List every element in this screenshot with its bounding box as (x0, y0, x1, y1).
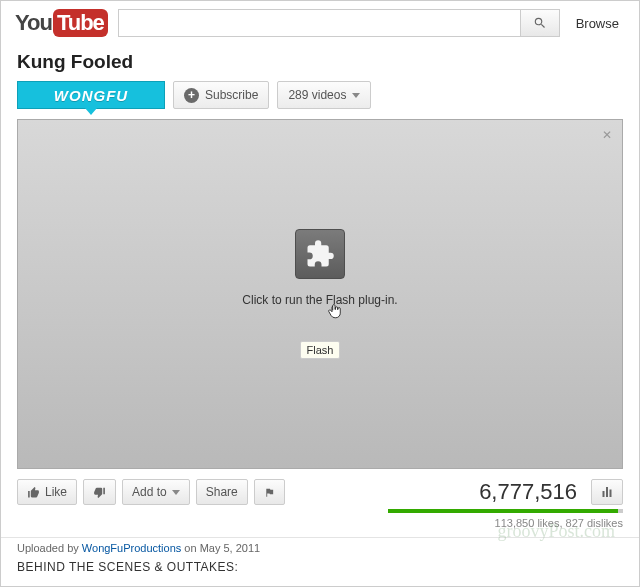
videos-count-label: 289 videos (288, 88, 346, 102)
search-button[interactable] (520, 9, 560, 37)
search-input[interactable] (118, 9, 520, 37)
uploader-link[interactable]: WongFuProductions (82, 542, 181, 554)
thumbs-down-icon (93, 486, 106, 499)
subscribe-button[interactable]: + Subscribe (173, 81, 269, 109)
share-label: Share (206, 485, 238, 499)
stats-button[interactable] (591, 479, 623, 505)
logo-you: You (15, 10, 52, 36)
chevron-down-icon (352, 93, 360, 98)
like-button[interactable]: Like (17, 479, 77, 505)
videos-count-button[interactable]: 289 videos (277, 81, 371, 109)
view-count: 6,777,516 (479, 479, 577, 505)
video-player[interactable]: ✕ Click to run the Flash plug-in. Flash (17, 119, 623, 469)
uploaded-suffix: on May 5, 2011 (181, 542, 260, 554)
likes-row: 113,850 likes, 827 dislikes (1, 509, 639, 533)
logo-tube: Tube (53, 9, 108, 37)
flash-tooltip: Flash (300, 341, 341, 359)
channel-badge-text: WONGFU (54, 87, 128, 104)
flag-icon (264, 486, 275, 499)
magnifier-icon (533, 16, 547, 30)
upload-info: Uploaded by WongFuProductions on May 5, … (1, 537, 639, 556)
chevron-down-icon (172, 490, 180, 495)
dislike-button[interactable] (83, 479, 116, 505)
search-form (118, 9, 560, 37)
thumbs-up-icon (27, 486, 40, 499)
add-to-button[interactable]: Add to (122, 479, 190, 505)
video-title: Kung Fooled (1, 45, 639, 81)
plugin-text: Click to run the Flash plug-in. (242, 293, 397, 307)
youtube-logo[interactable]: You Tube (15, 9, 108, 37)
close-icon[interactable]: ✕ (602, 128, 612, 142)
plugin-placeholder-button[interactable] (295, 229, 345, 279)
action-row: Like Add to Share 6,777,516 (1, 469, 639, 509)
puzzle-icon (305, 239, 335, 269)
plus-icon: + (184, 88, 199, 103)
add-to-label: Add to (132, 485, 167, 499)
channel-badge[interactable]: WONGFU (17, 81, 165, 109)
description-snippet: BEHIND THE SCENES & OUTTAKES: (1, 556, 639, 574)
channel-row: WONGFU + Subscribe 289 videos (1, 81, 639, 119)
uploaded-prefix: Uploaded by (17, 542, 82, 554)
header: You Tube Browse (1, 1, 639, 45)
browse-link[interactable]: Browse (570, 16, 625, 31)
share-button[interactable]: Share (196, 479, 248, 505)
flag-button[interactable] (254, 479, 285, 505)
likes-text: 113,850 likes, 827 dislikes (17, 517, 623, 529)
like-label: Like (45, 485, 67, 499)
bars-icon (600, 486, 614, 498)
subscribe-label: Subscribe (205, 88, 258, 102)
likes-bar (388, 509, 623, 513)
